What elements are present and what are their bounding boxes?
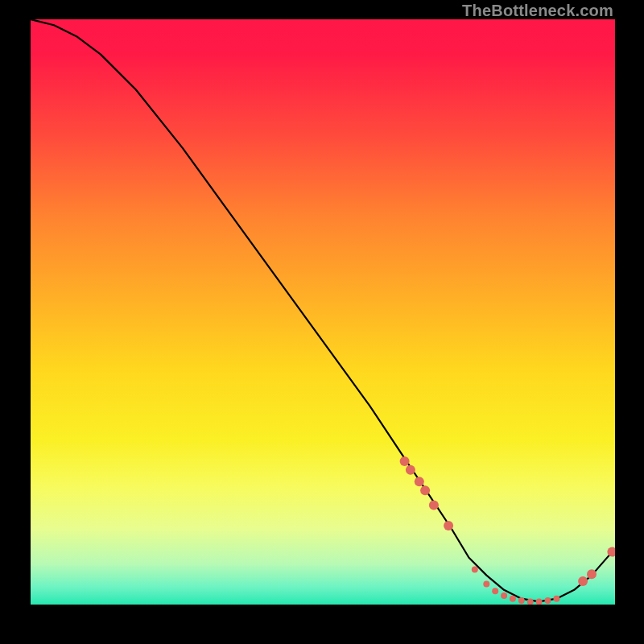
bottleneck-curve-svg (31, 19, 615, 605)
watermark-text: TheBottleneck.com (462, 2, 613, 20)
curve-marker (444, 521, 453, 530)
curve-marker (587, 569, 597, 579)
curve-marker (429, 500, 439, 510)
bottleneck-curve-path (31, 19, 612, 601)
curve-marker (510, 596, 516, 602)
curve-markers (400, 456, 615, 605)
curve-marker (553, 596, 559, 602)
curve-marker (472, 566, 478, 572)
curve-marker (492, 588, 498, 594)
curve-marker (501, 592, 507, 599)
curve-marker (415, 477, 424, 486)
curve-marker (536, 598, 543, 605)
curve-marker (406, 465, 415, 475)
curve-marker (420, 485, 430, 495)
curve-marker (483, 581, 489, 588)
chart-area (31, 19, 615, 605)
curve-marker (400, 456, 410, 466)
curve-marker (518, 597, 525, 604)
curve-marker (545, 597, 551, 604)
curve-marker (578, 576, 588, 586)
